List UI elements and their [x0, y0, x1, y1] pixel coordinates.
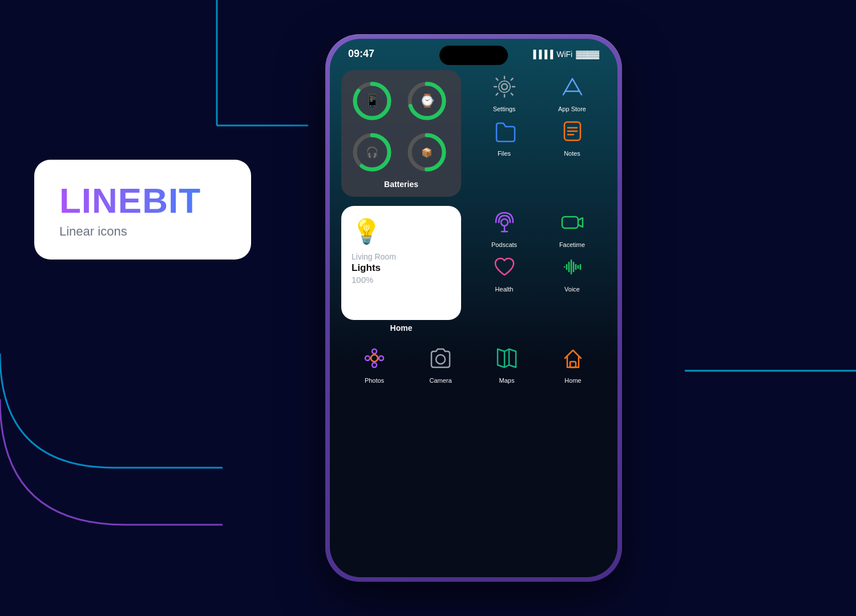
svg-point-30: [371, 355, 378, 362]
svg-rect-21: [562, 217, 578, 228]
right-icons: Settings App Store: [470, 70, 606, 159]
svg-rect-38: [570, 362, 576, 367]
bulb-icon: 💡: [352, 217, 451, 245]
signal-icon: ▐▐▐▐: [530, 50, 553, 59]
podcasts-app[interactable]: Podscats: [482, 206, 527, 248]
batteries-label: Batteries: [349, 180, 453, 189]
health-label: Health: [495, 286, 514, 293]
notes-app[interactable]: Notes: [550, 115, 595, 157]
batteries-widget: 📱 ⌚: [341, 70, 461, 197]
watch-battery: ⌚: [404, 78, 450, 124]
photos-icon-graphic: [358, 342, 391, 375]
middle-section: 💡 Living Room Lights 100% Home: [341, 206, 606, 333]
watch-icon: ⌚: [419, 94, 435, 108]
airpods-icon: 🎧: [366, 146, 378, 159]
home-widget[interactable]: 💡 Living Room Lights 100%: [341, 206, 461, 320]
phone-outer: 09:47 ▐▐▐▐ WiFi ▓▓▓▓: [325, 34, 622, 582]
battery-icon: ▓▓▓▓: [576, 50, 599, 59]
facetime-icon-graphic: [556, 206, 589, 239]
notes-label: Notes: [564, 150, 580, 157]
files-app[interactable]: Files: [482, 115, 527, 157]
brand-card: LINEBIT Linear icons: [34, 160, 251, 260]
health-icon-graphic: [488, 250, 521, 283]
home-app-label: Home: [564, 377, 581, 384]
home-widget-label: Home: [341, 323, 461, 333]
svg-point-35: [436, 355, 445, 364]
home-widget-container: 💡 Living Room Lights 100% Home: [341, 206, 461, 333]
maps-icon-graphic: [490, 342, 523, 375]
home-icon-graphic: [556, 342, 589, 375]
right-icons-mid: Podscats Facetime: [470, 206, 606, 295]
app-store-icon-graphic: [556, 70, 589, 103]
settings-label: Settings: [493, 106, 516, 112]
home-app[interactable]: Home: [550, 342, 596, 384]
health-app[interactable]: Health: [482, 250, 527, 293]
case-battery: 📦: [404, 129, 450, 175]
bottom-section: Photos Camera: [341, 342, 606, 384]
photos-label: Photos: [365, 377, 384, 384]
home-room: Living Room: [352, 252, 451, 261]
brand-title: LINEBIT: [59, 180, 226, 221]
files-label: Files: [498, 150, 511, 157]
facetime-app[interactable]: Facetime: [550, 206, 595, 248]
settings-app[interactable]: Settings: [482, 70, 527, 112]
phone-icon: 📱: [365, 94, 380, 108]
status-icons: ▐▐▐▐ WiFi ▓▓▓▓: [530, 50, 599, 59]
icons-row-4: Health: [470, 250, 606, 293]
svg-point-31: [372, 349, 377, 354]
files-icon-graphic: [488, 115, 521, 148]
maps-label: Maps: [499, 377, 515, 384]
app-store-app[interactable]: App Store: [550, 70, 595, 112]
clock: 09:47: [348, 48, 374, 60]
svg-point-11: [502, 84, 507, 90]
facetime-label: Facetime: [559, 241, 585, 248]
voice-icon-graphic: [556, 250, 589, 283]
svg-point-32: [365, 356, 370, 360]
battery-grid: 📱 ⌚: [349, 78, 453, 175]
svg-point-33: [372, 363, 377, 367]
airpods-battery: 🎧: [349, 129, 395, 175]
case-icon: 📦: [421, 147, 433, 158]
podcasts-icon-graphic: [488, 206, 521, 239]
svg-point-34: [379, 356, 383, 360]
svg-point-18: [501, 219, 508, 226]
home-device: Lights: [352, 262, 451, 274]
settings-icon-graphic: [488, 70, 521, 103]
dynamic-island: [439, 46, 508, 65]
photos-app[interactable]: Photos: [352, 342, 397, 384]
svg-point-12: [499, 81, 510, 92]
voice-label: Voice: [564, 286, 580, 293]
top-section: 📱 ⌚: [341, 70, 606, 197]
phone-screen: 09:47 ▐▐▐▐ WiFi ▓▓▓▓: [330, 39, 617, 577]
status-bar: 09:47 ▐▐▐▐ WiFi ▓▓▓▓: [330, 39, 617, 64]
podcasts-label: Podscats: [491, 241, 517, 248]
notes-icon-graphic: [556, 115, 589, 148]
icons-row-1: Settings App Store: [470, 70, 606, 112]
screen-content: 📱 ⌚: [330, 64, 617, 563]
maps-app[interactable]: Maps: [484, 342, 530, 384]
camera-icon-graphic: [424, 342, 457, 375]
home-percent: 100%: [352, 275, 451, 285]
icons-row-2: Files: [470, 115, 606, 157]
voice-app[interactable]: Voice: [550, 250, 595, 293]
app-store-label: App Store: [558, 106, 586, 112]
wifi-icon: WiFi: [556, 50, 572, 59]
phone-battery: 📱: [349, 78, 395, 124]
phone-mockup: 09:47 ▐▐▐▐ WiFi ▓▓▓▓: [325, 34, 622, 582]
camera-label: Camera: [429, 377, 451, 384]
icons-row-3: Podscats Facetime: [470, 206, 606, 248]
camera-app[interactable]: Camera: [418, 342, 463, 384]
brand-subtitle: Linear icons: [59, 224, 226, 239]
